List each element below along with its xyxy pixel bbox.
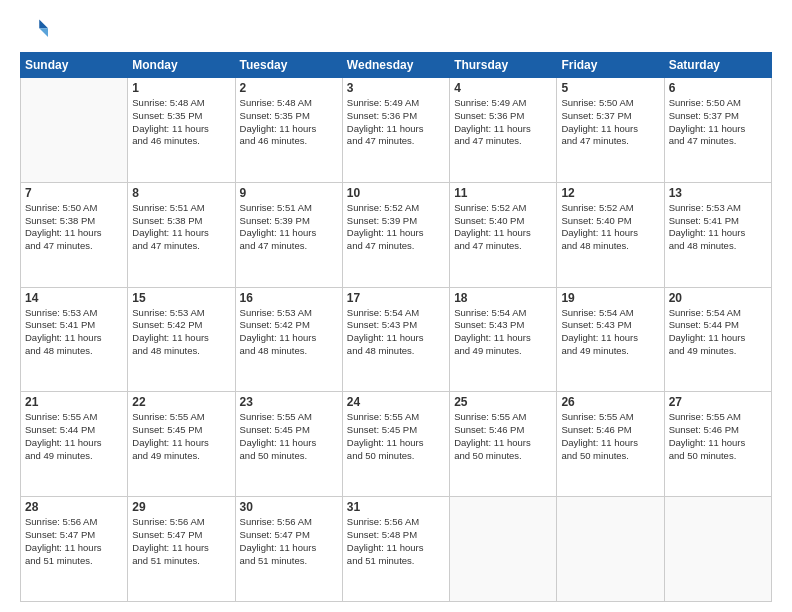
- logo-icon: [20, 16, 48, 44]
- calendar-cell: 20Sunrise: 5:54 AMSunset: 5:44 PMDayligh…: [664, 287, 771, 392]
- cell-content: Sunrise: 5:55 AMSunset: 5:46 PMDaylight:…: [669, 411, 767, 462]
- calendar-cell: 6Sunrise: 5:50 AMSunset: 5:37 PMDaylight…: [664, 78, 771, 183]
- calendar-cell: 9Sunrise: 5:51 AMSunset: 5:39 PMDaylight…: [235, 182, 342, 287]
- day-number: 1: [132, 81, 230, 95]
- cell-content: Sunrise: 5:52 AMSunset: 5:40 PMDaylight:…: [454, 202, 552, 253]
- day-number: 31: [347, 500, 445, 514]
- header: [20, 16, 772, 44]
- cell-content: Sunrise: 5:53 AMSunset: 5:42 PMDaylight:…: [132, 307, 230, 358]
- cell-content: Sunrise: 5:53 AMSunset: 5:42 PMDaylight:…: [240, 307, 338, 358]
- calendar-cell: 5Sunrise: 5:50 AMSunset: 5:37 PMDaylight…: [557, 78, 664, 183]
- cell-content: Sunrise: 5:52 AMSunset: 5:39 PMDaylight:…: [347, 202, 445, 253]
- cell-content: Sunrise: 5:56 AMSunset: 5:47 PMDaylight:…: [240, 516, 338, 567]
- cell-content: Sunrise: 5:50 AMSunset: 5:37 PMDaylight:…: [669, 97, 767, 148]
- calendar-day-header: Tuesday: [235, 53, 342, 78]
- calendar-cell: 11Sunrise: 5:52 AMSunset: 5:40 PMDayligh…: [450, 182, 557, 287]
- day-number: 18: [454, 291, 552, 305]
- calendar-cell: 10Sunrise: 5:52 AMSunset: 5:39 PMDayligh…: [342, 182, 449, 287]
- calendar-week-row: 7Sunrise: 5:50 AMSunset: 5:38 PMDaylight…: [21, 182, 772, 287]
- calendar-cell: 22Sunrise: 5:55 AMSunset: 5:45 PMDayligh…: [128, 392, 235, 497]
- cell-content: Sunrise: 5:50 AMSunset: 5:37 PMDaylight:…: [561, 97, 659, 148]
- calendar-cell: 15Sunrise: 5:53 AMSunset: 5:42 PMDayligh…: [128, 287, 235, 392]
- calendar-cell: 29Sunrise: 5:56 AMSunset: 5:47 PMDayligh…: [128, 497, 235, 602]
- cell-content: Sunrise: 5:53 AMSunset: 5:41 PMDaylight:…: [25, 307, 123, 358]
- calendar-cell: 28Sunrise: 5:56 AMSunset: 5:47 PMDayligh…: [21, 497, 128, 602]
- calendar-cell: 16Sunrise: 5:53 AMSunset: 5:42 PMDayligh…: [235, 287, 342, 392]
- cell-content: Sunrise: 5:50 AMSunset: 5:38 PMDaylight:…: [25, 202, 123, 253]
- calendar-cell: [450, 497, 557, 602]
- calendar-week-row: 21Sunrise: 5:55 AMSunset: 5:44 PMDayligh…: [21, 392, 772, 497]
- calendar-week-row: 1Sunrise: 5:48 AMSunset: 5:35 PMDaylight…: [21, 78, 772, 183]
- cell-content: Sunrise: 5:56 AMSunset: 5:47 PMDaylight:…: [25, 516, 123, 567]
- day-number: 7: [25, 186, 123, 200]
- day-number: 10: [347, 186, 445, 200]
- calendar-day-header: Monday: [128, 53, 235, 78]
- day-number: 9: [240, 186, 338, 200]
- day-number: 30: [240, 500, 338, 514]
- cell-content: Sunrise: 5:49 AMSunset: 5:36 PMDaylight:…: [347, 97, 445, 148]
- cell-content: Sunrise: 5:53 AMSunset: 5:41 PMDaylight:…: [669, 202, 767, 253]
- cell-content: Sunrise: 5:55 AMSunset: 5:45 PMDaylight:…: [240, 411, 338, 462]
- calendar-header-row: SundayMondayTuesdayWednesdayThursdayFrid…: [21, 53, 772, 78]
- day-number: 12: [561, 186, 659, 200]
- cell-content: Sunrise: 5:56 AMSunset: 5:47 PMDaylight:…: [132, 516, 230, 567]
- calendar-cell: [664, 497, 771, 602]
- calendar-cell: 27Sunrise: 5:55 AMSunset: 5:46 PMDayligh…: [664, 392, 771, 497]
- day-number: 29: [132, 500, 230, 514]
- day-number: 16: [240, 291, 338, 305]
- day-number: 25: [454, 395, 552, 409]
- calendar-cell: [557, 497, 664, 602]
- day-number: 26: [561, 395, 659, 409]
- calendar-day-header: Thursday: [450, 53, 557, 78]
- calendar-cell: 3Sunrise: 5:49 AMSunset: 5:36 PMDaylight…: [342, 78, 449, 183]
- calendar-week-row: 28Sunrise: 5:56 AMSunset: 5:47 PMDayligh…: [21, 497, 772, 602]
- calendar-table: SundayMondayTuesdayWednesdayThursdayFrid…: [20, 52, 772, 602]
- calendar-cell: 1Sunrise: 5:48 AMSunset: 5:35 PMDaylight…: [128, 78, 235, 183]
- day-number: 14: [25, 291, 123, 305]
- day-number: 6: [669, 81, 767, 95]
- calendar-cell: 31Sunrise: 5:56 AMSunset: 5:48 PMDayligh…: [342, 497, 449, 602]
- day-number: 15: [132, 291, 230, 305]
- calendar-cell: 24Sunrise: 5:55 AMSunset: 5:45 PMDayligh…: [342, 392, 449, 497]
- calendar-cell: 23Sunrise: 5:55 AMSunset: 5:45 PMDayligh…: [235, 392, 342, 497]
- day-number: 17: [347, 291, 445, 305]
- cell-content: Sunrise: 5:55 AMSunset: 5:46 PMDaylight:…: [561, 411, 659, 462]
- calendar-cell: 7Sunrise: 5:50 AMSunset: 5:38 PMDaylight…: [21, 182, 128, 287]
- cell-content: Sunrise: 5:48 AMSunset: 5:35 PMDaylight:…: [132, 97, 230, 148]
- calendar-cell: 25Sunrise: 5:55 AMSunset: 5:46 PMDayligh…: [450, 392, 557, 497]
- calendar-cell: 19Sunrise: 5:54 AMSunset: 5:43 PMDayligh…: [557, 287, 664, 392]
- cell-content: Sunrise: 5:51 AMSunset: 5:39 PMDaylight:…: [240, 202, 338, 253]
- day-number: 4: [454, 81, 552, 95]
- calendar-week-row: 14Sunrise: 5:53 AMSunset: 5:41 PMDayligh…: [21, 287, 772, 392]
- calendar-cell: 2Sunrise: 5:48 AMSunset: 5:35 PMDaylight…: [235, 78, 342, 183]
- day-number: 3: [347, 81, 445, 95]
- day-number: 11: [454, 186, 552, 200]
- cell-content: Sunrise: 5:55 AMSunset: 5:45 PMDaylight:…: [347, 411, 445, 462]
- calendar-cell: 26Sunrise: 5:55 AMSunset: 5:46 PMDayligh…: [557, 392, 664, 497]
- calendar-cell: 13Sunrise: 5:53 AMSunset: 5:41 PMDayligh…: [664, 182, 771, 287]
- calendar-cell: 12Sunrise: 5:52 AMSunset: 5:40 PMDayligh…: [557, 182, 664, 287]
- page: SundayMondayTuesdayWednesdayThursdayFrid…: [0, 0, 792, 612]
- cell-content: Sunrise: 5:49 AMSunset: 5:36 PMDaylight:…: [454, 97, 552, 148]
- cell-content: Sunrise: 5:52 AMSunset: 5:40 PMDaylight:…: [561, 202, 659, 253]
- calendar-cell: [21, 78, 128, 183]
- svg-marker-1: [39, 28, 48, 37]
- day-number: 27: [669, 395, 767, 409]
- day-number: 22: [132, 395, 230, 409]
- calendar-day-header: Sunday: [21, 53, 128, 78]
- calendar-cell: 18Sunrise: 5:54 AMSunset: 5:43 PMDayligh…: [450, 287, 557, 392]
- day-number: 23: [240, 395, 338, 409]
- cell-content: Sunrise: 5:54 AMSunset: 5:43 PMDaylight:…: [561, 307, 659, 358]
- calendar-cell: 30Sunrise: 5:56 AMSunset: 5:47 PMDayligh…: [235, 497, 342, 602]
- cell-content: Sunrise: 5:51 AMSunset: 5:38 PMDaylight:…: [132, 202, 230, 253]
- day-number: 19: [561, 291, 659, 305]
- svg-marker-0: [39, 20, 48, 29]
- calendar-cell: 17Sunrise: 5:54 AMSunset: 5:43 PMDayligh…: [342, 287, 449, 392]
- cell-content: Sunrise: 5:54 AMSunset: 5:43 PMDaylight:…: [347, 307, 445, 358]
- calendar-cell: 4Sunrise: 5:49 AMSunset: 5:36 PMDaylight…: [450, 78, 557, 183]
- cell-content: Sunrise: 5:54 AMSunset: 5:43 PMDaylight:…: [454, 307, 552, 358]
- calendar-cell: 8Sunrise: 5:51 AMSunset: 5:38 PMDaylight…: [128, 182, 235, 287]
- day-number: 5: [561, 81, 659, 95]
- cell-content: Sunrise: 5:55 AMSunset: 5:45 PMDaylight:…: [132, 411, 230, 462]
- calendar-day-header: Wednesday: [342, 53, 449, 78]
